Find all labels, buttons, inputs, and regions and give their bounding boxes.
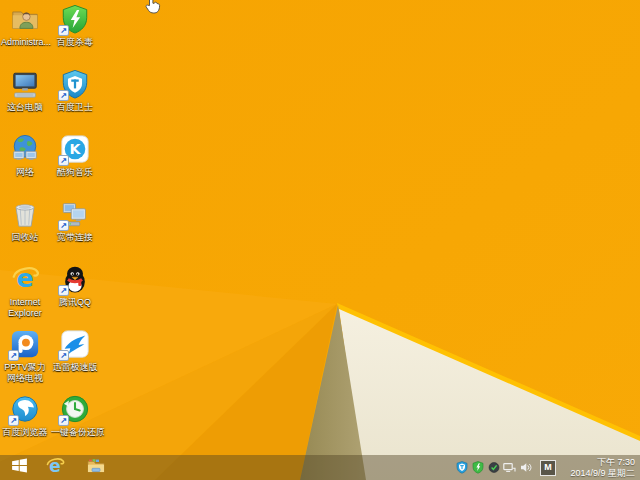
taskbar-clock[interactable]: 下午 7:30 2014/9/9 星期二 — [565, 457, 637, 478]
desktop-icon-label: 百度卫士 — [51, 102, 99, 113]
tray-optimizer-ball-icon[interactable] — [487, 461, 500, 474]
desktop-icon-label: 回收站 — [1, 232, 49, 243]
desktop-icon-label: 宽带连接 — [51, 232, 99, 243]
desktop-icon-this-pc[interactable]: 这台电脑 — [1, 69, 49, 113]
desktop-icon-network[interactable]: 网络 — [1, 134, 49, 178]
desktop-icon-label: 百度杀毒 — [51, 37, 99, 48]
pptv-icon: ↗ — [10, 329, 40, 359]
desktop-icon-backup-restore[interactable]: ↗ 一键备份还原 — [51, 394, 99, 438]
tray-volume-icon[interactable] — [519, 461, 532, 474]
file-explorer-folder-icon — [86, 456, 106, 480]
tray-baidu-guard-icon[interactable] — [455, 461, 468, 474]
windows-logo-icon — [10, 456, 29, 479]
desktop-icon-label: 网络 — [1, 167, 49, 178]
shortcut-arrow-icon: ↗ — [58, 155, 69, 166]
baidu-guard-shield-icon: ↗ — [60, 69, 90, 99]
desktop-icon-baidu-browser[interactable]: ↗ 百度浏览器 — [1, 394, 49, 438]
kugou-music-icon: K ↗ — [60, 134, 90, 164]
taskbar-file-explorer-button[interactable] — [75, 455, 117, 480]
network-globe-icon — [10, 134, 40, 164]
internet-explorer-icon: e — [45, 456, 65, 480]
shortcut-arrow-icon: ↗ — [58, 25, 69, 36]
shortcut-arrow-icon: ↗ — [58, 285, 69, 296]
desktop-icon-label: Administra... — [1, 37, 49, 48]
desktop-icon-label: 酷狗音乐 — [51, 167, 99, 178]
desktop-icon-tencent-qq[interactable]: ↗ 腾讯QQ — [51, 264, 99, 308]
input-method-indicator[interactable]: M — [540, 460, 556, 476]
desktop-icon-internet-explorer[interactable]: e Internet Explorer — [1, 264, 49, 319]
taskbar: e — [0, 455, 640, 480]
computer-icon — [10, 69, 40, 99]
desktop-icon-kugou-music[interactable]: K ↗ 酷狗音乐 — [51, 134, 99, 178]
shortcut-arrow-icon: ↗ — [8, 415, 19, 426]
desktop-icon-baidu-antivirus[interactable]: ↗ 百度杀毒 — [51, 4, 99, 48]
svg-text:K: K — [70, 141, 82, 157]
desktop-icon-broadband-connection[interactable]: ↗ 宽带连接 — [51, 199, 99, 243]
administrator-folder-icon — [10, 4, 40, 34]
desktop-icon-baidu-guard[interactable]: ↗ 百度卫士 — [51, 69, 99, 113]
desktop-icon-label: 一键备份还原 — [51, 427, 99, 438]
clock-date: 2014/9/9 星期二 — [565, 468, 635, 479]
shortcut-arrow-icon: ↗ — [58, 90, 69, 101]
shortcut-arrow-icon: ↗ — [58, 220, 69, 231]
desktop-icon-pptv[interactable]: ↗ PPTV聚力 网络电视 — [1, 329, 49, 384]
shortcut-arrow-icon: ↗ — [8, 350, 19, 361]
recycle-bin-icon — [10, 199, 40, 229]
desktop-icon-label: 迅雷极速版 — [51, 362, 99, 373]
clock-time: 下午 7:30 — [565, 457, 635, 468]
tray-network-icon[interactable] — [503, 461, 516, 474]
desktop-icon-label: Internet Explorer — [1, 297, 49, 319]
desktop-icon-label: 这台电脑 — [1, 102, 49, 113]
desktop-icon-label: PPTV聚力 网络电视 — [1, 362, 49, 384]
start-button[interactable] — [3, 455, 35, 480]
xunlei-bird-icon: ↗ — [60, 329, 90, 359]
desktop-icon-label: 腾讯QQ — [51, 297, 99, 308]
baidu-antivirus-shield-icon: ↗ — [60, 4, 90, 34]
hand-cursor — [145, 0, 163, 19]
qq-penguin-icon: ↗ — [60, 264, 90, 294]
desktop-icon-administrator-files[interactable]: Administra... — [1, 4, 49, 48]
backup-restore-clock-icon: ↗ — [60, 394, 90, 424]
shortcut-arrow-icon: ↗ — [58, 350, 69, 361]
system-tray: M 下午 7:30 2014/9/9 星期二 — [455, 455, 640, 480]
desktop-icon-label: 百度浏览器 — [1, 427, 49, 438]
windows-desktop: Administra... ↗ 百度杀毒 — [0, 0, 640, 480]
broadband-connection-icon: ↗ — [60, 199, 90, 229]
tray-baidu-antivirus-icon[interactable] — [471, 461, 484, 474]
shortcut-arrow-icon: ↗ — [58, 415, 69, 426]
baidu-browser-icon: ↗ — [10, 394, 40, 424]
taskbar-internet-explorer-button[interactable]: e — [35, 455, 75, 480]
internet-explorer-icon: e — [10, 264, 40, 294]
desktop-icon-xunlei[interactable]: ↗ 迅雷极速版 — [51, 329, 99, 373]
desktop-icon-recycle-bin[interactable]: 回收站 — [1, 199, 49, 243]
